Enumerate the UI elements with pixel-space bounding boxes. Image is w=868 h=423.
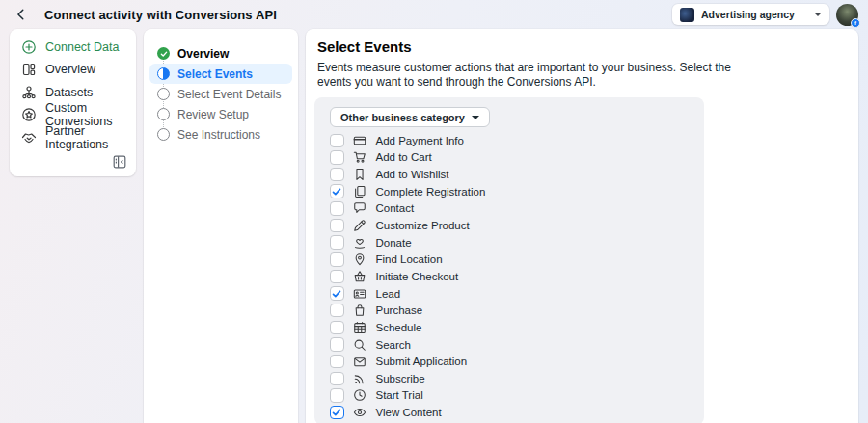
event-row-initiate-checkout[interactable]: Initiate Checkout (314, 268, 704, 285)
business-account-label: Advertising agency (701, 9, 795, 20)
event-row-purchase[interactable]: Purchase (314, 302, 704, 319)
pencil-icon (353, 219, 366, 232)
donate-heart-icon (353, 236, 366, 250)
step-select-event-details[interactable]: Select Event Details (149, 84, 292, 104)
step-todo-icon (157, 108, 170, 120)
event-label: Submit Application (376, 356, 468, 367)
event-row-schedule[interactable]: Schedule (314, 319, 704, 336)
sidebar-nav: Connect DataOverviewDatasetsCustom Conve… (10, 36, 136, 149)
event-label: Find Location (376, 253, 443, 265)
event-label: Subscribe (376, 373, 425, 384)
event-label: View Content (376, 407, 442, 418)
step-done-icon (157, 47, 170, 60)
step-label: Select Event Details (177, 88, 281, 101)
event-label: Initiate Checkout (376, 271, 459, 282)
plus-circle-icon (21, 40, 37, 55)
event-label: Purchase (376, 304, 423, 316)
event-checkbox[interactable] (330, 304, 344, 318)
step-overview[interactable]: Overview (149, 43, 292, 64)
event-row-find-location[interactable]: Find Location (314, 251, 704, 268)
event-row-complete-registration[interactable]: Complete Registration (314, 183, 704, 200)
event-checkbox[interactable] (330, 201, 344, 216)
clock-icon (353, 388, 366, 402)
sidebar-item-datasets[interactable]: Datasets (10, 81, 136, 104)
step-label: Overview (177, 47, 229, 61)
step-select-events[interactable]: Select Events (149, 64, 292, 84)
section-title: Select Events (314, 39, 850, 55)
event-label: Customize Product (376, 220, 470, 231)
events-panel: Other business category Add Payment Info… (314, 97, 704, 423)
event-row-view-content[interactable]: View Content (314, 404, 704, 421)
event-checkbox[interactable] (330, 168, 344, 182)
business-category-dropdown[interactable]: Other business category (330, 107, 490, 127)
page-title: Connect activity with Conversions API (44, 8, 277, 22)
event-checkbox[interactable] (330, 252, 344, 267)
event-checkbox[interactable] (330, 134, 344, 148)
event-label: Complete Registration (376, 186, 486, 198)
sidebar-item-label: Overview (45, 63, 95, 76)
business-account-dropdown[interactable]: Advertising agency (672, 4, 829, 25)
event-label: Schedule (376, 322, 422, 333)
location-pin-icon (353, 252, 366, 266)
caret-down-icon (814, 13, 822, 16)
datasets-icon (21, 85, 37, 100)
event-row-lead[interactable]: Lead (314, 285, 704, 303)
event-row-submit-application[interactable]: Submit Application (314, 353, 704, 370)
event-row-customize-product[interactable]: Customize Product (314, 217, 704, 234)
event-checkbox[interactable] (330, 337, 344, 352)
id-card-icon (353, 287, 366, 301)
event-label: Donate (376, 237, 412, 249)
caret-down-icon (472, 116, 479, 119)
business-category-label: Other business category (340, 112, 465, 123)
shopping-bag-icon (353, 304, 366, 317)
top-header: Connect activity with Conversions API Ad… (0, 0, 868, 29)
event-checkbox[interactable] (330, 286, 344, 301)
setup-stepper: OverviewSelect EventsSelect Event Detail… (144, 29, 298, 423)
back-button[interactable] (12, 5, 31, 24)
step-todo-icon (157, 88, 170, 100)
chat-bubble-icon (353, 201, 366, 215)
step-review-setup[interactable]: Review Setup (149, 104, 292, 124)
event-row-search[interactable]: Search (314, 336, 704, 354)
event-row-donate[interactable]: Donate (314, 234, 704, 251)
sidebar-item-partner-integrations[interactable]: Partner Integrations (10, 126, 136, 149)
event-row-add-to-cart[interactable]: Add to Cart (314, 149, 704, 167)
step-active-icon (157, 67, 170, 80)
step-label: Review Setup (177, 108, 249, 121)
event-label: Lead (376, 288, 401, 300)
chevron-left-icon (14, 8, 28, 21)
event-row-add-to-wishlist[interactable]: Add to Wishlist (314, 166, 704, 183)
event-checkbox[interactable] (330, 219, 344, 233)
event-checkbox[interactable] (330, 355, 344, 369)
event-checkbox[interactable] (330, 388, 344, 403)
step-label: Select Events (177, 67, 253, 81)
handshake-icon (21, 130, 37, 145)
event-row-contact[interactable]: Contact (314, 200, 704, 218)
event-row-add-payment-info[interactable]: Add Payment Info (314, 132, 704, 149)
credit-card-icon (353, 134, 366, 147)
search-icon (353, 338, 366, 352)
avatar[interactable]: f (836, 4, 858, 26)
event-checkbox[interactable] (330, 372, 344, 386)
event-row-start-trial[interactable]: Start Trial (314, 387, 704, 405)
sidebar-item-custom-conversions[interactable]: Custom Conversions (10, 104, 136, 127)
sidebar-item-label: Partner Integrations (45, 124, 124, 151)
eye-icon (353, 406, 366, 419)
event-label: Contact (376, 202, 415, 214)
sidebar-item-connect-data[interactable]: Connect Data (10, 36, 136, 59)
event-checkbox[interactable] (330, 321, 344, 335)
event-checkbox[interactable] (330, 184, 344, 198)
events-list: Add Payment InfoAdd to CartAdd to Wishli… (314, 132, 704, 421)
step-todo-icon (157, 128, 170, 141)
calendar-icon (353, 321, 366, 334)
event-checkbox[interactable] (330, 270, 344, 284)
business-logo-icon (680, 8, 694, 22)
collapse-panel-icon[interactable] (112, 154, 127, 170)
event-checkbox[interactable] (330, 150, 344, 165)
event-row-subscribe[interactable]: Subscribe (314, 370, 704, 387)
sidebar-item-overview[interactable]: Overview (10, 59, 136, 82)
rss-icon (353, 372, 366, 385)
event-checkbox[interactable] (330, 406, 344, 420)
step-see-instructions[interactable]: See Instructions (149, 124, 292, 145)
event-checkbox[interactable] (330, 235, 344, 250)
